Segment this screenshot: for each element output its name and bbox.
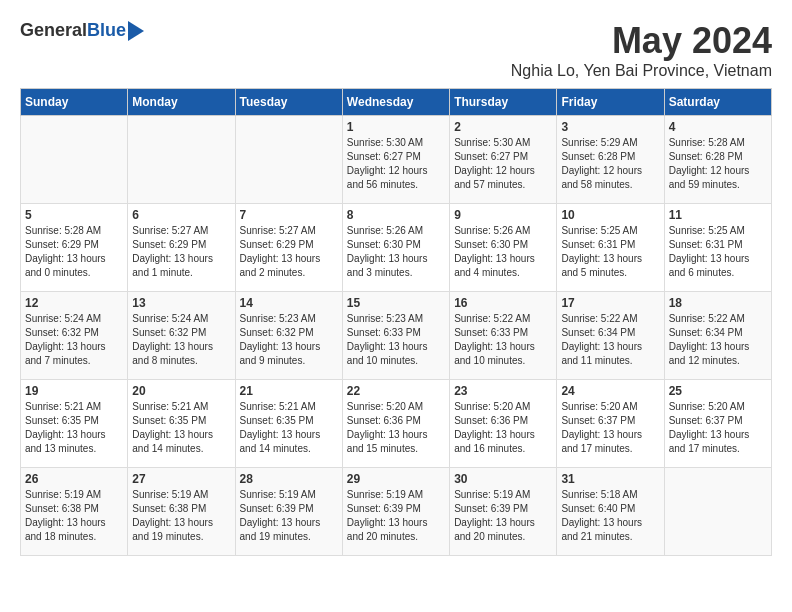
day-detail: Sunrise: 5:23 AM Sunset: 6:33 PM Dayligh… bbox=[347, 312, 445, 368]
header-monday: Monday bbox=[128, 89, 235, 116]
calendar-cell: 16Sunrise: 5:22 AM Sunset: 6:33 PM Dayli… bbox=[450, 292, 557, 380]
day-number: 28 bbox=[240, 472, 338, 486]
calendar-cell: 17Sunrise: 5:22 AM Sunset: 6:34 PM Dayli… bbox=[557, 292, 664, 380]
calendar-cell: 19Sunrise: 5:21 AM Sunset: 6:35 PM Dayli… bbox=[21, 380, 128, 468]
header-friday: Friday bbox=[557, 89, 664, 116]
logo-general-text: General bbox=[20, 20, 87, 41]
logo-blue-text: Blue bbox=[87, 20, 126, 41]
header-sunday: Sunday bbox=[21, 89, 128, 116]
calendar-cell: 21Sunrise: 5:21 AM Sunset: 6:35 PM Dayli… bbox=[235, 380, 342, 468]
day-detail: Sunrise: 5:26 AM Sunset: 6:30 PM Dayligh… bbox=[347, 224, 445, 280]
calendar-header-row: SundayMondayTuesdayWednesdayThursdayFrid… bbox=[21, 89, 772, 116]
calendar-week-row: 12Sunrise: 5:24 AM Sunset: 6:32 PM Dayli… bbox=[21, 292, 772, 380]
calendar-cell: 26Sunrise: 5:19 AM Sunset: 6:38 PM Dayli… bbox=[21, 468, 128, 556]
day-detail: Sunrise: 5:19 AM Sunset: 6:39 PM Dayligh… bbox=[240, 488, 338, 544]
day-detail: Sunrise: 5:20 AM Sunset: 6:36 PM Dayligh… bbox=[454, 400, 552, 456]
calendar-cell: 25Sunrise: 5:20 AM Sunset: 6:37 PM Dayli… bbox=[664, 380, 771, 468]
day-detail: Sunrise: 5:25 AM Sunset: 6:31 PM Dayligh… bbox=[669, 224, 767, 280]
day-number: 18 bbox=[669, 296, 767, 310]
calendar-cell: 3Sunrise: 5:29 AM Sunset: 6:28 PM Daylig… bbox=[557, 116, 664, 204]
day-number: 21 bbox=[240, 384, 338, 398]
day-detail: Sunrise: 5:29 AM Sunset: 6:28 PM Dayligh… bbox=[561, 136, 659, 192]
day-number: 9 bbox=[454, 208, 552, 222]
day-number: 31 bbox=[561, 472, 659, 486]
day-number: 22 bbox=[347, 384, 445, 398]
day-number: 13 bbox=[132, 296, 230, 310]
calendar-cell: 8Sunrise: 5:26 AM Sunset: 6:30 PM Daylig… bbox=[342, 204, 449, 292]
day-number: 4 bbox=[669, 120, 767, 134]
day-detail: Sunrise: 5:21 AM Sunset: 6:35 PM Dayligh… bbox=[25, 400, 123, 456]
header-tuesday: Tuesday bbox=[235, 89, 342, 116]
logo: General Blue bbox=[20, 20, 144, 41]
calendar-cell: 23Sunrise: 5:20 AM Sunset: 6:36 PM Dayli… bbox=[450, 380, 557, 468]
day-number: 1 bbox=[347, 120, 445, 134]
calendar-cell: 20Sunrise: 5:21 AM Sunset: 6:35 PM Dayli… bbox=[128, 380, 235, 468]
day-detail: Sunrise: 5:18 AM Sunset: 6:40 PM Dayligh… bbox=[561, 488, 659, 544]
logo-arrow-icon bbox=[128, 21, 144, 41]
day-number: 5 bbox=[25, 208, 123, 222]
calendar-cell: 2Sunrise: 5:30 AM Sunset: 6:27 PM Daylig… bbox=[450, 116, 557, 204]
calendar-cell: 1Sunrise: 5:30 AM Sunset: 6:27 PM Daylig… bbox=[342, 116, 449, 204]
calendar-week-row: 26Sunrise: 5:19 AM Sunset: 6:38 PM Dayli… bbox=[21, 468, 772, 556]
day-number: 8 bbox=[347, 208, 445, 222]
calendar-cell: 22Sunrise: 5:20 AM Sunset: 6:36 PM Dayli… bbox=[342, 380, 449, 468]
calendar-cell: 28Sunrise: 5:19 AM Sunset: 6:39 PM Dayli… bbox=[235, 468, 342, 556]
day-number: 20 bbox=[132, 384, 230, 398]
calendar-cell: 7Sunrise: 5:27 AM Sunset: 6:29 PM Daylig… bbox=[235, 204, 342, 292]
calendar-cell: 18Sunrise: 5:22 AM Sunset: 6:34 PM Dayli… bbox=[664, 292, 771, 380]
calendar-cell: 11Sunrise: 5:25 AM Sunset: 6:31 PM Dayli… bbox=[664, 204, 771, 292]
day-number: 27 bbox=[132, 472, 230, 486]
calendar-cell: 4Sunrise: 5:28 AM Sunset: 6:28 PM Daylig… bbox=[664, 116, 771, 204]
day-number: 14 bbox=[240, 296, 338, 310]
day-detail: Sunrise: 5:27 AM Sunset: 6:29 PM Dayligh… bbox=[132, 224, 230, 280]
calendar-cell: 14Sunrise: 5:23 AM Sunset: 6:32 PM Dayli… bbox=[235, 292, 342, 380]
header-wednesday: Wednesday bbox=[342, 89, 449, 116]
day-detail: Sunrise: 5:22 AM Sunset: 6:34 PM Dayligh… bbox=[561, 312, 659, 368]
day-number: 25 bbox=[669, 384, 767, 398]
calendar-cell: 27Sunrise: 5:19 AM Sunset: 6:38 PM Dayli… bbox=[128, 468, 235, 556]
day-detail: Sunrise: 5:19 AM Sunset: 6:39 PM Dayligh… bbox=[347, 488, 445, 544]
day-number: 26 bbox=[25, 472, 123, 486]
day-detail: Sunrise: 5:30 AM Sunset: 6:27 PM Dayligh… bbox=[347, 136, 445, 192]
calendar-cell: 12Sunrise: 5:24 AM Sunset: 6:32 PM Dayli… bbox=[21, 292, 128, 380]
day-detail: Sunrise: 5:24 AM Sunset: 6:32 PM Dayligh… bbox=[25, 312, 123, 368]
day-detail: Sunrise: 5:21 AM Sunset: 6:35 PM Dayligh… bbox=[240, 400, 338, 456]
title-block: May 2024 Nghia Lo, Yen Bai Province, Vie… bbox=[511, 20, 772, 80]
day-detail: Sunrise: 5:27 AM Sunset: 6:29 PM Dayligh… bbox=[240, 224, 338, 280]
day-detail: Sunrise: 5:28 AM Sunset: 6:28 PM Dayligh… bbox=[669, 136, 767, 192]
calendar-cell: 5Sunrise: 5:28 AM Sunset: 6:29 PM Daylig… bbox=[21, 204, 128, 292]
calendar-cell: 30Sunrise: 5:19 AM Sunset: 6:39 PM Dayli… bbox=[450, 468, 557, 556]
day-detail: Sunrise: 5:20 AM Sunset: 6:37 PM Dayligh… bbox=[669, 400, 767, 456]
day-detail: Sunrise: 5:19 AM Sunset: 6:38 PM Dayligh… bbox=[25, 488, 123, 544]
day-detail: Sunrise: 5:28 AM Sunset: 6:29 PM Dayligh… bbox=[25, 224, 123, 280]
day-detail: Sunrise: 5:30 AM Sunset: 6:27 PM Dayligh… bbox=[454, 136, 552, 192]
calendar-cell bbox=[664, 468, 771, 556]
calendar-cell bbox=[235, 116, 342, 204]
calendar-week-row: 5Sunrise: 5:28 AM Sunset: 6:29 PM Daylig… bbox=[21, 204, 772, 292]
day-number: 29 bbox=[347, 472, 445, 486]
calendar-week-row: 1Sunrise: 5:30 AM Sunset: 6:27 PM Daylig… bbox=[21, 116, 772, 204]
day-detail: Sunrise: 5:19 AM Sunset: 6:38 PM Dayligh… bbox=[132, 488, 230, 544]
calendar-cell: 10Sunrise: 5:25 AM Sunset: 6:31 PM Dayli… bbox=[557, 204, 664, 292]
day-number: 6 bbox=[132, 208, 230, 222]
calendar-cell: 6Sunrise: 5:27 AM Sunset: 6:29 PM Daylig… bbox=[128, 204, 235, 292]
day-number: 24 bbox=[561, 384, 659, 398]
calendar-cell: 24Sunrise: 5:20 AM Sunset: 6:37 PM Dayli… bbox=[557, 380, 664, 468]
day-detail: Sunrise: 5:20 AM Sunset: 6:37 PM Dayligh… bbox=[561, 400, 659, 456]
month-year-title: May 2024 bbox=[511, 20, 772, 62]
day-detail: Sunrise: 5:24 AM Sunset: 6:32 PM Dayligh… bbox=[132, 312, 230, 368]
day-detail: Sunrise: 5:22 AM Sunset: 6:33 PM Dayligh… bbox=[454, 312, 552, 368]
calendar-cell: 29Sunrise: 5:19 AM Sunset: 6:39 PM Dayli… bbox=[342, 468, 449, 556]
location-subtitle: Nghia Lo, Yen Bai Province, Vietnam bbox=[511, 62, 772, 80]
day-number: 23 bbox=[454, 384, 552, 398]
day-number: 7 bbox=[240, 208, 338, 222]
day-number: 19 bbox=[25, 384, 123, 398]
day-number: 11 bbox=[669, 208, 767, 222]
day-detail: Sunrise: 5:23 AM Sunset: 6:32 PM Dayligh… bbox=[240, 312, 338, 368]
calendar-cell bbox=[21, 116, 128, 204]
day-detail: Sunrise: 5:25 AM Sunset: 6:31 PM Dayligh… bbox=[561, 224, 659, 280]
calendar-cell: 15Sunrise: 5:23 AM Sunset: 6:33 PM Dayli… bbox=[342, 292, 449, 380]
day-number: 2 bbox=[454, 120, 552, 134]
calendar-cell bbox=[128, 116, 235, 204]
day-number: 10 bbox=[561, 208, 659, 222]
